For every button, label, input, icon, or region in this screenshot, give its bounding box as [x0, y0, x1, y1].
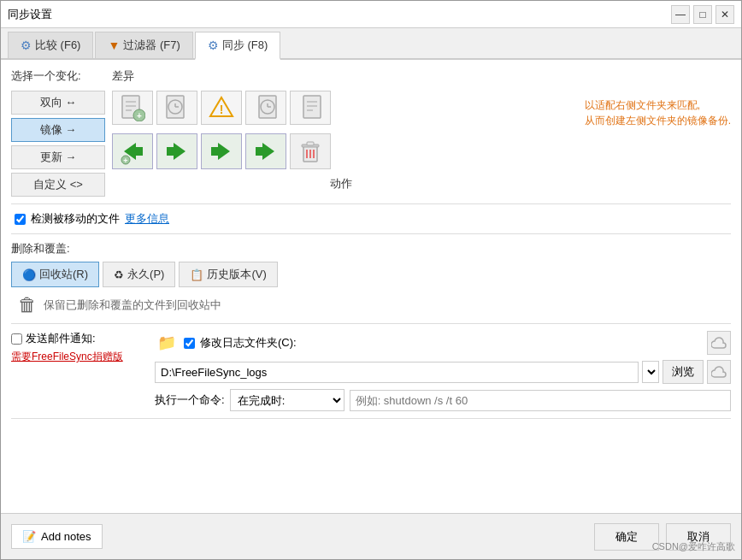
email-checkbox[interactable] [11, 333, 22, 345]
recycle-icon-small: 🔵 [22, 268, 36, 281]
tab-compare-label: 比较 (F6) [35, 38, 80, 53]
email-row: 发送邮件通知: [11, 331, 148, 346]
svg-marker-26 [218, 143, 230, 160]
maximize-button[interactable]: □ [693, 5, 712, 24]
svg-rect-29 [256, 147, 262, 156]
svg-rect-21 [136, 147, 143, 156]
add-notes-icon: 📝 [22, 530, 36, 543]
diff-icon-different[interactable]: ! [201, 91, 242, 125]
tab-sync-label: 同步 (F8) [222, 38, 268, 53]
diff-action-panel: 差异 + [112, 68, 571, 197]
email-link[interactable]: 需要FreeFileSync捐赠版 [11, 350, 148, 364]
svg-rect-27 [211, 147, 218, 156]
cmd-row: 执行一个命令: 在完成时:在完成时(仅成功):在完成时(仅失败): [155, 389, 731, 411]
custom-label: 自定义 <> [33, 177, 83, 192]
permanent-label: 永久(P) [127, 267, 164, 282]
cloud-button[interactable] [707, 331, 731, 355]
action-icons-row: + [112, 133, 571, 169]
bidirectional-button[interactable]: 双向 ↔ [11, 91, 105, 115]
mirror-label: 镜像 → [40, 122, 77, 138]
main-window: 同步设置 — □ ✕ ⚙ 比较 (F6) ▼ 过滤器 (F7) ⚙ 同步 (F8… [0, 0, 742, 560]
svg-text:!: ! [220, 103, 224, 116]
change-label: 选择一个变化: [11, 68, 105, 84]
top-section: 选择一个变化: 双向 ↔ 镜像 → 更新 → 自定义 <> 差异 [11, 68, 731, 204]
action-copy-right[interactable] [156, 133, 197, 169]
window-title: 同步设置 [8, 7, 52, 22]
recycle-label: 回收站(R) [39, 267, 88, 282]
cmd-timing-select[interactable]: 在完成时:在完成时(仅成功):在完成时(仅失败): [230, 389, 344, 411]
email-col: 发送邮件通知: 需要FreeFileSync捐赠版 [11, 331, 148, 411]
minimize-button[interactable]: — [671, 5, 690, 24]
bottom-section: 发送邮件通知: 需要FreeFileSync捐赠版 📁 修改日志文件夹(C): [11, 324, 731, 419]
main-content: 选择一个变化: 双向 ↔ 镜像 → 更新 → 自定义 <> 差异 [1, 60, 741, 513]
log-path-input[interactable] [155, 362, 639, 383]
mirror-button[interactable]: 镜像 → [11, 118, 105, 142]
window-controls: — □ ✕ [671, 5, 734, 24]
delete-label: 删除和覆盖: [11, 241, 731, 256]
history-icon: 📋 [190, 268, 203, 281]
cmd-label: 执行一个命令: [155, 392, 225, 408]
footer: 📝 Add notes 确定 取消 [1, 513, 741, 559]
log-folder-checkbox[interactable] [184, 338, 195, 349]
browse-button[interactable]: 浏览 [662, 360, 704, 384]
svg-text:+: + [137, 111, 142, 121]
log-folder-label: 修改日志文件夹(C): [200, 335, 297, 351]
diff-icon-new-file[interactable]: + [112, 91, 153, 125]
custom-button[interactable]: 自定义 <> [11, 173, 105, 197]
detect-moved-label: 检测被移动的文件 [31, 211, 120, 227]
detect-more-info-link[interactable]: 更多信息 [125, 211, 169, 227]
svg-rect-16 [303, 96, 321, 118]
diff-label: 差异 [112, 68, 134, 84]
diff-icon-newer-left[interactable] [156, 91, 197, 125]
delete-description-text: 保留已删除和覆盖的文件到回收站中 [44, 298, 221, 313]
tab-filter[interactable]: ▼ 过滤器 (F7) [95, 32, 192, 58]
action-overwrite-right2[interactable] [245, 133, 286, 169]
cmd-input[interactable] [350, 390, 731, 411]
diff-icon-newer-right[interactable] [245, 91, 286, 125]
add-notes-button[interactable]: 📝 Add notes [11, 524, 103, 549]
close-button[interactable]: ✕ [716, 5, 734, 24]
gear-icon-sync: ⚙ [208, 38, 219, 52]
svg-rect-25 [167, 147, 174, 156]
log-dropdown[interactable]: ▼ [642, 361, 659, 383]
recycle-button[interactable]: 🔵 回收站(R) [11, 262, 99, 287]
history-label: 历史版本(V) [207, 267, 266, 282]
description-text: 以适配右侧文件夹来匹配, 从而创建左侧文件夹的镜像备份. [578, 94, 731, 128]
change-panel: 选择一个变化: 双向 ↔ 镜像 → 更新 → 自定义 <> [11, 68, 105, 197]
tab-filter-label: 过滤器 (F7) [123, 38, 180, 53]
delete-options: 🔵 回收站(R) ♻ 永久(P) 📋 历史版本(V) [11, 262, 731, 287]
tab-compare[interactable]: ⚙ 比较 (F6) [8, 32, 93, 58]
log-input-row: ▼ 浏览 [155, 360, 731, 384]
svg-rect-32 [307, 142, 314, 145]
action-overwrite-right[interactable] [201, 133, 242, 169]
diff-icon-right-only[interactable] [290, 91, 331, 125]
update-label: 更新 → [40, 150, 77, 165]
add-notes-label: Add notes [41, 530, 91, 543]
tab-bar: ⚙ 比较 (F6) ▼ 过滤器 (F7) ⚙ 同步 (F8) [1, 28, 741, 60]
svg-marker-24 [174, 143, 186, 160]
recycle-bin-icon: 🗑 [18, 294, 37, 316]
tab-sync[interactable]: ⚙ 同步 (F8) [195, 32, 280, 60]
permanent-icon: ♻ [114, 268, 124, 281]
filter-icon: ▼ [108, 38, 120, 52]
email-label: 发送邮件通知: [26, 331, 96, 346]
delete-description-row: 🗑 保留已删除和覆盖的文件到回收站中 [11, 294, 731, 316]
update-button[interactable]: 更新 → [11, 145, 105, 169]
log-row: 📁 修改日志文件夹(C): [155, 331, 731, 355]
detect-moved-checkbox[interactable] [15, 214, 26, 225]
bidirectional-label: 双向 ↔ [40, 95, 77, 110]
action-label: 动作 [112, 176, 571, 192]
ok-button[interactable]: 确定 [594, 523, 659, 551]
action-delete[interactable] [290, 133, 331, 169]
log-folder-icon: 📁 [155, 331, 179, 355]
cloud-log-button[interactable] [707, 360, 731, 384]
action-copy-left[interactable]: + [112, 133, 153, 169]
title-bar: 同步设置 — □ ✕ [1, 1, 741, 28]
svg-marker-28 [262, 143, 274, 160]
permanent-button[interactable]: ♻ 永久(P) [103, 262, 175, 287]
log-col: 📁 修改日志文件夹(C): ▼ 浏览 [155, 331, 731, 411]
delete-section: 删除和覆盖: 🔵 回收站(R) ♻ 永久(P) 📋 历史版本(V) 🗑 保留已删… [11, 234, 731, 324]
history-button[interactable]: 📋 历史版本(V) [179, 262, 277, 287]
svg-text:+: + [123, 156, 127, 165]
diff-icons-row: + ! [112, 91, 571, 125]
